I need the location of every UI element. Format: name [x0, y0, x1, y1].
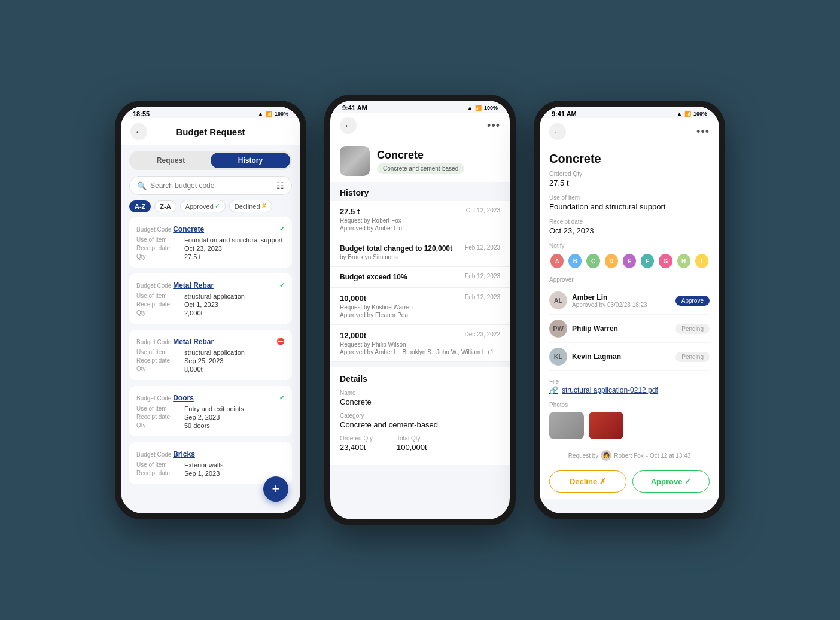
file-link[interactable]: 🔗 structural application-0212.pdf	[549, 386, 710, 394]
status-bar-center: 9:41 AM ▲ 📶 100%	[330, 101, 510, 113]
right-ordered-qty: Ordered Qty 27.5 t	[549, 171, 710, 187]
status-bar-right: 9:41 AM ▲ 📶 100%	[540, 107, 719, 118]
back-button-right[interactable]: ←	[549, 123, 566, 140]
request-by-name: Robert Fox	[614, 452, 643, 459]
photos-section: Photos	[549, 402, 710, 439]
avatar-4: D	[604, 253, 619, 269]
approver-avatar-amber: AL	[549, 291, 567, 309]
phone-left: 18:55 ▲ 📶 100% ← Budget Request Request …	[115, 101, 306, 519]
photo-2[interactable]	[589, 412, 623, 439]
material-header: Concrete Concrete and cement-based	[330, 139, 510, 182]
more-options-center[interactable]: •••	[487, 120, 500, 132]
tab-history[interactable]: History	[211, 153, 290, 168]
sort-az[interactable]: A-Z	[129, 200, 151, 212]
approve-button[interactable]: Approve ✓	[632, 470, 710, 493]
avatar-8: H	[676, 253, 692, 269]
history-item-2[interactable]: Budget total changed to 120,000t Feb 12,…	[330, 238, 510, 267]
history-item-1[interactable]: 27.5 t Oct 12, 2023 Request by Robert Fo…	[330, 201, 510, 238]
filter-icon[interactable]: ☷	[276, 181, 284, 190]
status-icon-2: ✔	[279, 281, 285, 289]
approver-avatar-kevin: KL	[549, 348, 567, 366]
request-avatar: 🧑	[601, 450, 611, 461]
search-icon: 🔍	[137, 181, 147, 190]
filter-approved[interactable]: Approved ✓	[180, 200, 226, 212]
avatar-2: B	[567, 253, 583, 269]
sort-za[interactable]: Z-A	[154, 200, 176, 212]
material-name: Concrete	[377, 149, 464, 162]
approve-badge-amber[interactable]: Approve	[675, 296, 710, 306]
budget-item-4[interactable]: Budget Code Doors ✔ Use of item Entry an…	[129, 386, 292, 436]
right-content: Concrete Ordered Qty 27.5 t Use of Item …	[540, 145, 719, 464]
notify-avatars: A B C D E F G H I	[549, 253, 710, 269]
time-left: 18:55	[133, 110, 150, 117]
budget-item-1[interactable]: Budget Code Concrete ✔ Use of item Found…	[129, 217, 292, 268]
check-approved-icon: ✓	[215, 202, 220, 210]
time-right: 9:41 AM	[552, 110, 577, 117]
nav-bar-center: ← •••	[330, 113, 510, 139]
details-section: Details Name Concrete Category Concrete …	[330, 367, 510, 465]
approver-amber: AL Amber Lin Approved by 03/02/23 18:23 …	[549, 287, 710, 315]
decline-icon: ✗	[599, 477, 606, 486]
decline-button[interactable]: Decline ✗	[549, 470, 626, 493]
request-by-date: - Oct 12 at 13:43	[646, 452, 691, 459]
approve-icon: ✓	[684, 477, 691, 486]
back-button-left[interactable]: ←	[130, 123, 147, 140]
detail-category: Category Concrete and cement-based	[340, 412, 500, 429]
file-icon: 🔗	[549, 386, 558, 394]
tab-request[interactable]: Request	[131, 153, 211, 168]
history-item-4[interactable]: 10,000t Feb 12, 2023 Request by Kristine…	[330, 288, 510, 325]
history-section-title: History	[330, 182, 510, 201]
request-by-label: Request by	[568, 452, 599, 459]
approver-section: Approver AL Amber Lin Approved by 03/02/…	[549, 276, 710, 371]
approver-philip: PW Philip Warren Pending	[549, 315, 710, 343]
more-options-right[interactable]: •••	[696, 126, 710, 138]
budget-item-5[interactable]: Budget Code Bricks Use of item Exterior …	[129, 442, 292, 484]
avatar-5: E	[622, 253, 637, 269]
budget-item-2[interactable]: Budget Code Metal Rebar ✔ Use of item st…	[129, 273, 292, 324]
approver-avatar-philip: PW	[549, 320, 567, 338]
avatar-3: C	[585, 253, 601, 269]
time-center: 9:41 AM	[342, 104, 367, 111]
phone-right: 9:41 AM ▲ 📶 100% ← ••• Concrete Ordered …	[534, 101, 725, 519]
wifi-right-icon: 📶	[684, 111, 691, 117]
back-button-center[interactable]: ←	[340, 117, 357, 134]
signal-right-icon: ▲	[677, 111, 682, 117]
pending-badge-philip: Pending	[675, 324, 710, 334]
nav-bar-right: ← •••	[540, 118, 719, 145]
history-item-5[interactable]: 12,000t Dec 23, 2022 Request by Philip W…	[330, 325, 510, 362]
material-tag: Concrete and cement-based	[377, 163, 464, 174]
status-icon-3: ⛔	[276, 338, 285, 345]
signal-center-icon: ▲	[467, 105, 473, 111]
nav-bar-left: ← Budget Request	[121, 118, 300, 145]
avatar-1: A	[549, 253, 565, 269]
avatar-9: I	[694, 253, 710, 269]
search-input[interactable]	[150, 181, 276, 190]
budget-item-3[interactable]: Budget Code Metal Rebar ⛔ Use of item st…	[129, 330, 292, 380]
filter-declined[interactable]: Declined ✗	[229, 200, 272, 212]
signal-icon: ▲	[258, 111, 263, 117]
battery-left: 100%	[275, 111, 288, 117]
avatar-6: F	[640, 253, 655, 269]
right-use-of-item: Use of Item Foundation and structural su…	[549, 194, 710, 211]
avatar-7: G	[658, 253, 673, 269]
budget-list: Budget Code Concrete ✔ Use of item Found…	[121, 217, 300, 490]
history-item-3[interactable]: Budget exceed 10% Feb 12, 2023	[330, 267, 510, 288]
action-buttons: Decline ✗ Approve ✓	[540, 464, 719, 499]
detail-qty-row: Ordered Qty 23,400t Total Qty 100,000t	[340, 435, 500, 458]
page-title-left: Budget Request	[176, 127, 245, 137]
wifi-icon: 📶	[266, 111, 272, 117]
status-icon-4: ✔	[279, 394, 285, 402]
wifi-center-icon: 📶	[475, 105, 482, 111]
x-declined-icon: ✗	[261, 202, 267, 210]
photo-1[interactable]	[549, 412, 584, 439]
status-bar-left: 18:55 ▲ 📶 100%	[121, 107, 300, 118]
sort-row: A-Z Z-A Approved ✓ Declined ✗	[121, 200, 300, 217]
material-image	[340, 146, 370, 176]
approver-kevin: KL Kevin Lagman Pending	[549, 343, 710, 371]
right-notify: Notify A B C D E F G H I	[549, 242, 710, 269]
tab-container-left: Request History	[129, 151, 292, 170]
add-button[interactable]: +	[263, 476, 288, 502]
right-receipt-date: Receipt date Oct 23, 2023	[549, 218, 710, 235]
file-section: File 🔗 structural application-0212.pdf	[549, 378, 710, 394]
status-icon-1: ✔	[279, 225, 285, 233]
